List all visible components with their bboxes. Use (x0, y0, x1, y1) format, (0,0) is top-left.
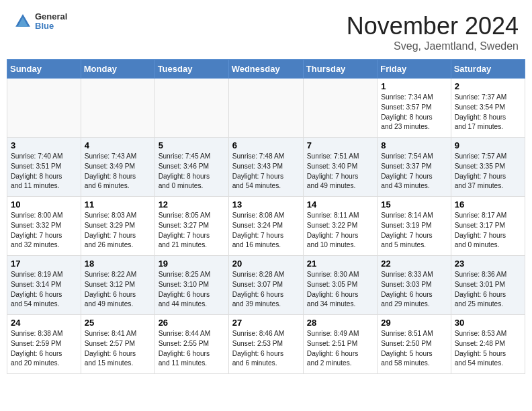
logo-icon (13, 12, 32, 31)
day-info: Sunrise: 7:43 AM Sunset: 3:49 PM Dayligh… (85, 152, 137, 189)
day-cell: 16Sunrise: 8:17 AM Sunset: 3:17 PM Dayli… (451, 197, 525, 256)
day-number: 8 (381, 140, 447, 150)
day-cell: 25Sunrise: 8:41 AM Sunset: 2:57 PM Dayli… (81, 315, 154, 374)
col-header-monday: Monday (81, 60, 154, 79)
day-number: 5 (159, 140, 225, 150)
month-title: November 2024 (347, 12, 519, 40)
calendar-wrapper: SundayMondayTuesdayWednesdayThursdayFrid… (0, 59, 532, 381)
day-info: Sunrise: 8:03 AM Sunset: 3:29 PM Dayligh… (85, 212, 137, 248)
day-info: Sunrise: 8:17 AM Sunset: 3:17 PM Dayligh… (455, 212, 507, 248)
week-row-5: 24Sunrise: 8:38 AM Sunset: 2:59 PM Dayli… (7, 315, 525, 374)
day-info: Sunrise: 8:46 AM Sunset: 2:53 PM Dayligh… (232, 330, 285, 367)
day-number: 1 (381, 81, 447, 91)
day-cell: 27Sunrise: 8:46 AM Sunset: 2:53 PM Dayli… (228, 315, 303, 374)
day-cell: 29Sunrise: 8:51 AM Sunset: 2:50 PM Dayli… (378, 315, 451, 374)
day-number: 14 (307, 199, 373, 210)
day-number: 29 (381, 318, 447, 328)
day-info: Sunrise: 8:51 AM Sunset: 2:50 PM Dayligh… (381, 330, 433, 367)
day-cell: 8Sunrise: 7:54 AM Sunset: 3:37 PM Daylig… (378, 138, 451, 197)
day-info: Sunrise: 8:22 AM Sunset: 3:12 PM Dayligh… (85, 271, 137, 308)
day-info: Sunrise: 8:33 AM Sunset: 3:03 PM Dayligh… (381, 271, 433, 308)
day-info: Sunrise: 7:57 AM Sunset: 3:35 PM Dayligh… (455, 152, 507, 189)
day-cell: 24Sunrise: 8:38 AM Sunset: 2:59 PM Dayli… (7, 315, 81, 374)
day-number: 27 (232, 318, 300, 328)
week-row-2: 3Sunrise: 7:40 AM Sunset: 3:51 PM Daylig… (7, 138, 525, 197)
day-number: 15 (381, 199, 447, 210)
day-info: Sunrise: 8:19 AM Sunset: 3:14 PM Dayligh… (11, 271, 63, 308)
day-info: Sunrise: 8:53 AM Sunset: 2:48 PM Dayligh… (455, 330, 507, 367)
day-cell: 12Sunrise: 8:05 AM Sunset: 3:27 PM Dayli… (154, 197, 228, 256)
day-info: Sunrise: 7:45 AM Sunset: 3:46 PM Dayligh… (159, 152, 211, 189)
week-row-3: 10Sunrise: 8:00 AM Sunset: 3:32 PM Dayli… (7, 197, 525, 256)
day-cell: 20Sunrise: 8:28 AM Sunset: 3:07 PM Dayli… (228, 256, 303, 315)
day-number: 25 (85, 318, 151, 328)
week-row-4: 17Sunrise: 8:19 AM Sunset: 3:14 PM Dayli… (7, 256, 525, 315)
day-info: Sunrise: 8:28 AM Sunset: 3:07 PM Dayligh… (232, 271, 285, 308)
day-cell: 15Sunrise: 8:14 AM Sunset: 3:19 PM Dayli… (378, 197, 451, 256)
day-cell: 3Sunrise: 7:40 AM Sunset: 3:51 PM Daylig… (7, 138, 81, 197)
col-header-sunday: Sunday (7, 60, 81, 79)
logo: General Blue (13, 12, 67, 32)
logo-blue: Blue (35, 21, 67, 31)
day-number: 3 (11, 140, 77, 150)
day-number: 21 (307, 259, 373, 269)
day-number: 16 (455, 199, 521, 210)
day-number: 6 (232, 140, 300, 150)
day-number: 11 (85, 199, 151, 210)
day-number: 18 (85, 259, 151, 269)
week-row-1: 1Sunrise: 7:34 AM Sunset: 3:57 PM Daylig… (7, 79, 525, 138)
day-cell: 4Sunrise: 7:43 AM Sunset: 3:49 PM Daylig… (81, 138, 154, 197)
day-cell: 5Sunrise: 7:45 AM Sunset: 3:46 PM Daylig… (154, 138, 228, 197)
day-cell (7, 79, 81, 138)
location: Sveg, Jaemtland, Sweden (347, 40, 519, 52)
title-block: November 2024 Sveg, Jaemtland, Sweden (347, 12, 519, 52)
day-info: Sunrise: 8:30 AM Sunset: 3:05 PM Dayligh… (307, 271, 359, 308)
day-info: Sunrise: 8:08 AM Sunset: 3:24 PM Dayligh… (232, 212, 285, 248)
day-info: Sunrise: 7:51 AM Sunset: 3:40 PM Dayligh… (307, 152, 359, 189)
col-header-friday: Friday (378, 60, 451, 79)
day-info: Sunrise: 7:37 AM Sunset: 3:54 PM Dayligh… (455, 93, 507, 130)
day-cell: 13Sunrise: 8:08 AM Sunset: 3:24 PM Dayli… (228, 197, 303, 256)
day-number: 30 (455, 318, 521, 328)
day-cell: 14Sunrise: 8:11 AM Sunset: 3:22 PM Dayli… (303, 197, 377, 256)
day-cell: 28Sunrise: 8:49 AM Sunset: 2:51 PM Dayli… (303, 315, 377, 374)
day-cell (154, 79, 228, 138)
day-number: 28 (307, 318, 373, 328)
day-number: 4 (85, 140, 151, 150)
day-cell: 21Sunrise: 8:30 AM Sunset: 3:05 PM Dayli… (303, 256, 377, 315)
day-info: Sunrise: 8:05 AM Sunset: 3:27 PM Dayligh… (159, 212, 211, 248)
day-cell: 17Sunrise: 8:19 AM Sunset: 3:14 PM Dayli… (7, 256, 81, 315)
day-info: Sunrise: 8:00 AM Sunset: 3:32 PM Dayligh… (11, 212, 63, 248)
day-info: Sunrise: 8:25 AM Sunset: 3:10 PM Dayligh… (159, 271, 211, 308)
day-cell: 11Sunrise: 8:03 AM Sunset: 3:29 PM Dayli… (81, 197, 154, 256)
day-info: Sunrise: 8:14 AM Sunset: 3:19 PM Dayligh… (381, 212, 433, 248)
day-cell: 7Sunrise: 7:51 AM Sunset: 3:40 PM Daylig… (303, 138, 377, 197)
day-info: Sunrise: 8:38 AM Sunset: 2:59 PM Dayligh… (11, 330, 63, 367)
col-header-wednesday: Wednesday (228, 60, 303, 79)
day-number: 2 (455, 81, 521, 91)
day-number: 17 (11, 259, 77, 269)
logo-text: General Blue (35, 12, 67, 32)
day-cell: 23Sunrise: 8:36 AM Sunset: 3:01 PM Dayli… (451, 256, 525, 315)
day-info: Sunrise: 7:48 AM Sunset: 3:43 PM Dayligh… (232, 152, 285, 189)
day-info: Sunrise: 8:49 AM Sunset: 2:51 PM Dayligh… (307, 330, 359, 367)
day-cell: 2Sunrise: 7:37 AM Sunset: 3:54 PM Daylig… (451, 79, 525, 138)
calendar-table: SundayMondayTuesdayWednesdayThursdayFrid… (7, 59, 525, 374)
page-header: General Blue November 2024 Sveg, Jaemtla… (0, 0, 532, 59)
day-info: Sunrise: 8:44 AM Sunset: 2:55 PM Dayligh… (159, 330, 211, 367)
day-number: 12 (159, 199, 225, 210)
day-number: 19 (159, 259, 225, 269)
col-header-thursday: Thursday (303, 60, 377, 79)
day-number: 9 (455, 140, 521, 150)
day-cell: 6Sunrise: 7:48 AM Sunset: 3:43 PM Daylig… (228, 138, 303, 197)
day-info: Sunrise: 8:36 AM Sunset: 3:01 PM Dayligh… (455, 271, 507, 308)
day-number: 26 (159, 318, 225, 328)
day-number: 22 (381, 259, 447, 269)
col-header-saturday: Saturday (451, 60, 525, 79)
day-info: Sunrise: 7:34 AM Sunset: 3:57 PM Dayligh… (381, 93, 433, 130)
day-number: 13 (232, 199, 300, 210)
day-cell: 19Sunrise: 8:25 AM Sunset: 3:10 PM Dayli… (154, 256, 228, 315)
day-info: Sunrise: 7:54 AM Sunset: 3:37 PM Dayligh… (381, 152, 433, 189)
day-cell: 18Sunrise: 8:22 AM Sunset: 3:12 PM Dayli… (81, 256, 154, 315)
day-number: 23 (455, 259, 521, 269)
